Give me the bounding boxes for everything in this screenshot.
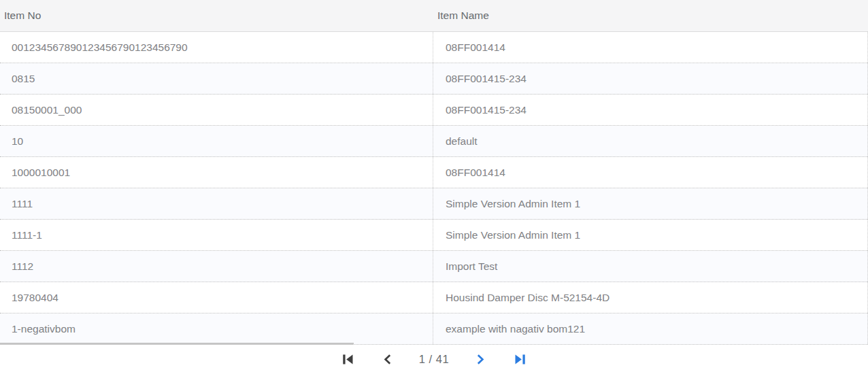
- item-no-cell[interactable]: 10: [0, 126, 433, 156]
- item-name-cell[interactable]: Import Test: [433, 251, 868, 282]
- item-name-cell[interactable]: 08FF001415-234: [433, 63, 868, 94]
- table-row[interactable]: 10 default: [0, 126, 868, 157]
- item-no-cell[interactable]: 08150001_000: [0, 95, 433, 125]
- table-row[interactable]: 1112 Import Test: [0, 251, 868, 282]
- table-row[interactable]: 1111 Simple Version Admin Item 1: [0, 188, 868, 220]
- item-no-cell[interactable]: 1112: [0, 251, 433, 282]
- items-table: Item No Item Name 0012345678901234567901…: [0, 0, 868, 374]
- item-no-cell[interactable]: 001234567890123456790123456790: [0, 32, 433, 63]
- item-no-cell[interactable]: 1111-1: [0, 220, 433, 250]
- item-name-cell[interactable]: Housind Damper Disc M-52154-4D: [433, 282, 868, 313]
- previous-page-button[interactable]: [380, 352, 396, 367]
- table-row[interactable]: 19780404 Housind Damper Disc M-52154-4D: [0, 282, 868, 313]
- column-header-item-no[interactable]: Item No: [0, 10, 433, 22]
- horizontal-scrollbar-thumb[interactable]: [0, 343, 354, 345]
- next-page-icon: [475, 354, 486, 365]
- item-name-cell[interactable]: default: [433, 126, 868, 156]
- item-name-cell[interactable]: 08FF001414: [433, 157, 868, 188]
- last-page-icon: [514, 354, 526, 365]
- pagination-bar: 1 / 41: [0, 345, 868, 374]
- item-name-cell[interactable]: Simple Version Admin Item 1: [433, 220, 868, 250]
- item-no-cell[interactable]: 1000010001: [0, 157, 433, 188]
- last-page-button[interactable]: [512, 352, 529, 367]
- item-name-cell[interactable]: example with nagativ bom121: [433, 313, 868, 344]
- table-row[interactable]: 1111-1 Simple Version Admin Item 1: [0, 220, 868, 251]
- table-header-row: Item No Item Name: [0, 0, 868, 32]
- item-no-cell[interactable]: 1-negativbom: [0, 313, 433, 344]
- table-row[interactable]: 1-negativbom example with nagativ bom121: [0, 313, 868, 345]
- item-no-cell[interactable]: 1111: [0, 188, 433, 219]
- first-page-button[interactable]: [339, 352, 356, 367]
- item-no-cell[interactable]: 19780404: [0, 282, 433, 313]
- item-name-cell[interactable]: 08FF001415-234: [433, 95, 868, 125]
- column-header-item-name[interactable]: Item Name: [433, 10, 868, 22]
- next-page-button[interactable]: [472, 352, 488, 367]
- table-row[interactable]: 1000010001 08FF001414: [0, 157, 868, 188]
- page-indicator: 1 / 41: [419, 353, 449, 366]
- table-row[interactable]: 001234567890123456790123456790 08FF00141…: [0, 32, 868, 63]
- item-name-cell[interactable]: 08FF001414: [433, 32, 868, 63]
- item-no-cell[interactable]: 0815: [0, 63, 433, 94]
- table-body: 001234567890123456790123456790 08FF00141…: [0, 32, 868, 345]
- table-row[interactable]: 08150001_000 08FF001415-234: [0, 95, 868, 126]
- table-row[interactable]: 0815 08FF001415-234: [0, 63, 868, 95]
- item-name-cell[interactable]: Simple Version Admin Item 1: [433, 188, 868, 219]
- first-page-icon: [342, 354, 354, 365]
- previous-page-icon: [382, 354, 393, 365]
